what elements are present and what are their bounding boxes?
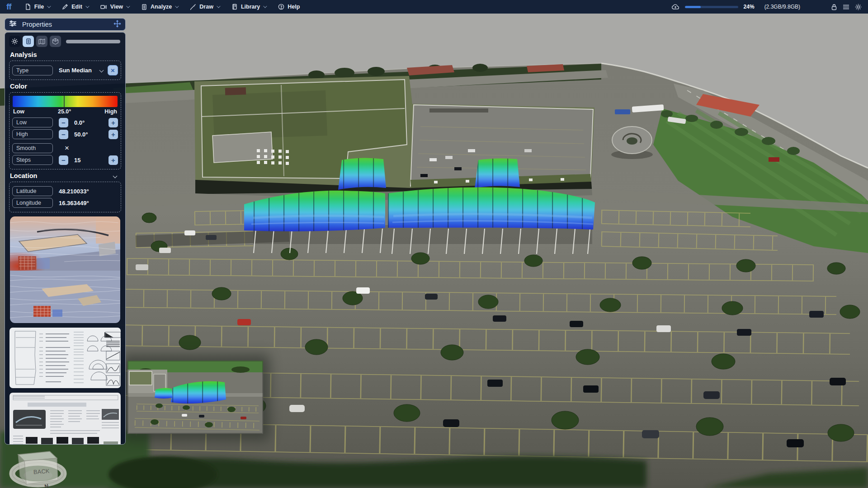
analysis-heading: Analysis: [10, 51, 120, 58]
collapse-chevron-icon[interactable]: [113, 174, 118, 178]
legend-low: Low: [13, 108, 24, 115]
latitude-field-label: Latitude: [12, 186, 53, 196]
help-icon: [278, 4, 284, 10]
app-window: BACK N ff File Edit View Analyze Draw Li…: [0, 0, 868, 488]
preview-inset-image[interactable]: [127, 361, 263, 434]
color-heading: Color: [10, 83, 120, 90]
gradient-marker[interactable]: [64, 96, 65, 107]
sliders-icon: [9, 20, 17, 28]
gradient-legend: Low 25.0° High: [13, 108, 117, 115]
color-gradient-bar[interactable]: [13, 96, 118, 107]
move-panel-icon[interactable]: [113, 20, 121, 29]
view-cube[interactable]: BACK N: [5, 448, 74, 488]
thumbnail-cfd-render[interactable]: [9, 216, 121, 324]
analysis-type-value[interactable]: Sun Median: [59, 67, 92, 74]
smooth-field-label: Smooth: [12, 143, 53, 153]
type-field-label: Type: [12, 66, 53, 75]
longitude-field-label: Longitude: [12, 198, 53, 208]
file-icon: [25, 4, 31, 10]
menu-help[interactable]: Help: [278, 4, 300, 10]
chevron-down-icon: [217, 4, 220, 8]
tab-scroll-track[interactable]: [66, 40, 120, 43]
sync-progress-bar: [685, 6, 738, 8]
chevron-down-icon: [47, 4, 51, 8]
steps-minus-button[interactable]: −: [59, 155, 68, 165]
library-icon: [231, 4, 238, 10]
low-plus-button[interactable]: +: [108, 118, 118, 127]
high-plus-button[interactable]: +: [108, 130, 118, 139]
chevron-down-icon: [263, 4, 267, 8]
edit-icon: [62, 4, 68, 10]
location-heading[interactable]: Location: [10, 172, 120, 179]
high-minus-button[interactable]: −: [59, 130, 68, 139]
thumbnail-datasheet-1[interactable]: [9, 327, 121, 389]
settings-sun-icon[interactable]: [855, 4, 862, 10]
menu-analyze[interactable]: Analyze: [141, 4, 178, 10]
layers-list-icon[interactable]: [843, 4, 849, 10]
menu-edit[interactable]: Edit: [62, 4, 88, 10]
menu-file[interactable]: File: [25, 4, 50, 10]
steps-plus-button[interactable]: +: [108, 155, 118, 165]
legend-mid-value: 25.0°: [24, 108, 104, 115]
draw-icon: [190, 4, 196, 10]
steps-field-label: Steps: [12, 155, 53, 165]
chevron-down-icon: [85, 4, 89, 8]
low-value[interactable]: 0.0°: [74, 119, 85, 126]
view-icon: [100, 4, 107, 10]
latitude-value[interactable]: 48.210033°: [59, 188, 89, 195]
menu-view[interactable]: View: [100, 4, 129, 10]
panel-title: Properties: [22, 21, 52, 28]
high-value[interactable]: 50.0°: [74, 131, 88, 138]
properties-panel: Analysis Type Sun Median × Color Low 25.…: [5, 32, 126, 445]
menu-bar: ff File Edit View Analyze Draw Library H…: [0, 0, 868, 14]
low-field-label: Low: [12, 117, 53, 127]
high-field-label: High: [12, 129, 53, 139]
cube-front-label: BACK: [33, 468, 50, 475]
memory-usage: (2.3GB/9.8GB): [764, 4, 800, 10]
cloud-sync-icon: [671, 4, 679, 10]
low-minus-button[interactable]: −: [59, 118, 68, 127]
dropdown-chevron-icon[interactable]: [99, 68, 104, 73]
sync-percent: 24%: [744, 4, 755, 10]
panel-tabs: [9, 36, 121, 47]
analysis-group: Type Sun Median ×: [9, 61, 121, 80]
analyze-icon: [141, 4, 147, 10]
legend-high: High: [104, 108, 117, 115]
chevron-down-icon: [126, 4, 130, 8]
menu-draw[interactable]: Draw: [190, 4, 219, 10]
menu-library[interactable]: Library: [231, 4, 266, 10]
tab-map[interactable]: [36, 36, 47, 47]
longitude-value[interactable]: 16.363449°: [59, 200, 89, 206]
clear-analysis-button[interactable]: ×: [108, 65, 118, 75]
thumbnail-datasheet-2[interactable]: [9, 392, 121, 445]
tab-sun[interactable]: [9, 36, 20, 47]
chevron-down-icon: [175, 4, 179, 8]
steps-value[interactable]: 15: [74, 157, 80, 164]
app-logo[interactable]: ff: [6, 2, 11, 12]
properties-panel-header[interactable]: Properties: [5, 18, 126, 31]
tab-report-active[interactable]: [23, 36, 34, 47]
location-group: Latitude 48.210033° Longitude 16.363449°: [9, 182, 121, 212]
sync-progress-fill: [685, 6, 701, 8]
tab-3d-box[interactable]: [50, 36, 61, 47]
lock-icon[interactable]: [831, 4, 837, 10]
smooth-checkbox[interactable]: ×: [65, 144, 69, 153]
color-group: Low 25.0° High Low − 0.0° + High − 50.0°…: [9, 92, 121, 169]
